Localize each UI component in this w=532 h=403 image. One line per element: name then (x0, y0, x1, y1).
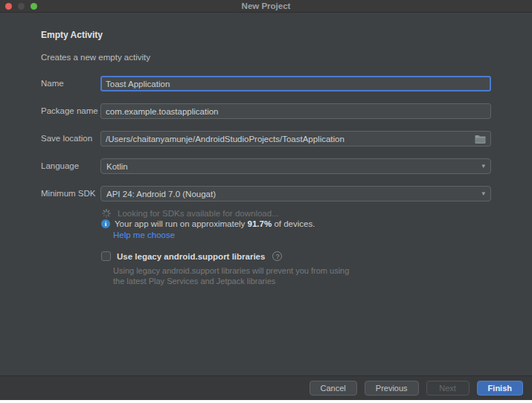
new-project-dialog: New Project Empty Activity Creates a new… (0, 0, 532, 403)
titlebar: New Project (0, 0, 532, 13)
page-subtitle: Creates a new empty activity (41, 53, 150, 62)
sdk-loading-text: Looking for SDKs available for download.… (118, 209, 279, 218)
name-row: Name (0, 76, 532, 91)
legacy-description-line1: Using legacy android.support libraries w… (113, 265, 349, 276)
legacy-support-row: Use legacy android.support libraries ? (101, 251, 282, 261)
language-selected-value: Kotlin (106, 162, 481, 171)
minimum-sdk-selected-value: API 24: Android 7.0 (Nougat) (106, 190, 481, 199)
save-location-row: Save location (0, 131, 532, 146)
chevron-down-icon: ▾ (481, 190, 485, 197)
minimum-sdk-label: Minimum SDK (41, 186, 95, 202)
info-icon: i (101, 219, 110, 228)
name-label: Name (41, 76, 64, 91)
language-combobox[interactable]: Kotlin ▾ (100, 158, 491, 174)
chevron-down-icon: ▾ (481, 163, 485, 170)
name-input[interactable] (100, 76, 491, 91)
window-title: New Project (0, 0, 532, 13)
page-background-strip (0, 400, 532, 403)
page-title: Empty Activity (41, 30, 103, 40)
device-coverage-row: i Your app will run on approximately 91.… (101, 219, 315, 228)
language-label: Language (41, 158, 79, 174)
device-coverage-text: Your app will run on approximately 91.7%… (115, 219, 315, 228)
package-name-row: Package name (0, 103, 532, 119)
minimum-sdk-row: Minimum SDK API 24: Android 7.0 (Nougat)… (0, 186, 532, 202)
legacy-support-label: Use legacy android.support libraries (117, 252, 265, 261)
help-circle-icon[interactable]: ? (272, 251, 282, 261)
dialog-footer: Cancel Previous Next Finish (0, 375, 532, 400)
save-location-label: Save location (41, 131, 92, 146)
next-button[interactable]: Next (426, 381, 469, 396)
browse-folder-icon[interactable] (473, 132, 487, 145)
minimum-sdk-combobox[interactable]: API 24: Android 7.0 (Nougat) ▾ (100, 186, 491, 202)
finish-button[interactable]: Finish (477, 381, 523, 396)
save-location-input[interactable] (106, 135, 473, 144)
device-coverage-percent: 91.7% (248, 219, 272, 228)
loading-spinner-icon (102, 209, 111, 218)
legacy-support-checkbox[interactable] (101, 251, 111, 261)
help-me-choose-link[interactable]: Help me choose (113, 230, 175, 239)
language-row: Language Kotlin ▾ (0, 158, 532, 174)
package-name-label: Package name (41, 103, 98, 119)
previous-button[interactable]: Previous (365, 381, 419, 396)
package-name-input[interactable] (100, 103, 491, 119)
legacy-description-line2: the latest Play Services and Jetpack lib… (113, 276, 275, 286)
cancel-button[interactable]: Cancel (310, 381, 357, 396)
sdk-loading-row: Looking for SDKs available for download.… (102, 209, 279, 218)
